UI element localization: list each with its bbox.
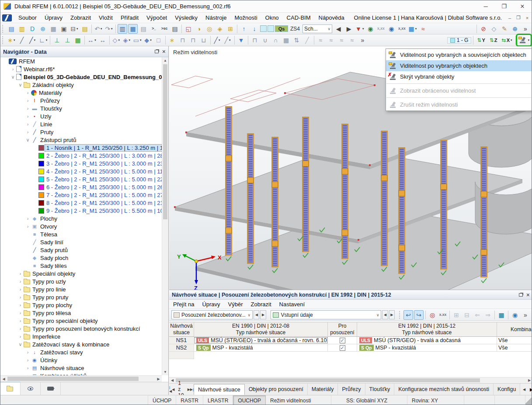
tab-pr-ezy[interactable]: Průřezy: [338, 384, 365, 395]
move-right-button[interactable]: ⇒: [483, 310, 493, 320]
cable-view-button[interactable]: ∪: [261, 35, 270, 45]
manage-models-button[interactable]: ▦: [49, 24, 58, 34]
select-target-button[interactable]: ◎: [205, 24, 214, 34]
dlubal-connect-button[interactable]: D: [28, 24, 37, 34]
insert-bottom-button[interactable]: ↓: [250, 24, 259, 34]
close-panel-icon[interactable]: ×: [162, 48, 166, 55]
table-compact-button[interactable]: ▤: [139, 24, 148, 34]
snap-toggle-chop[interactable]: ÚCHOP: [148, 395, 176, 405]
result-curve-4-button[interactable]: ≈: [348, 35, 357, 45]
cell-en1992[interactable]: S QpMSP - kvazistálá: [357, 344, 497, 351]
chevron-right-icon[interactable]: ›: [17, 302, 24, 308]
new-member-load-button[interactable]: ⊓: [178, 35, 188, 45]
panel-menu-p-ej-t-na[interactable]: Přejít na: [169, 299, 198, 309]
new-member-caret[interactable]: ▾: [34, 38, 35, 42]
chevron-right-icon[interactable]: ›: [24, 357, 31, 363]
tree-item[interactable]: ›Webinar.rf6*: [0, 65, 162, 73]
panel-menu-zobrazit[interactable]: Zobrazit: [247, 299, 275, 309]
result-curve-2-button[interactable]: ≈: [327, 35, 336, 45]
chevron-down-icon[interactable]: ∨: [10, 74, 16, 80]
menu-mo-nosti[interactable]: Možnosti: [231, 13, 261, 23]
open-model-button[interactable]: ▥: [17, 24, 27, 34]
new-member-button[interactable]: ╱▾: [28, 35, 37, 45]
tree-item[interactable]: ›◉Účinky: [0, 356, 162, 364]
new-blob-surface-button[interactable]: ◈▾: [122, 35, 132, 45]
tab-konfigurace-mezn-ch-stav-nosnosti[interactable]: Konfigurace mezních stavů únosnosti: [394, 384, 494, 395]
result-curve-3-button[interactable]: ≈: [337, 35, 347, 45]
module-combo[interactable]: Posouzení železobetonov... ∨: [171, 310, 253, 319]
menu-pravy[interactable]: Úpravy: [41, 13, 66, 23]
resize-grip[interactable]: [525, 395, 532, 405]
chevron-right-icon[interactable]: ›: [17, 318, 24, 323]
new-surface-support-button[interactable]: ▦: [73, 35, 83, 45]
cell-en1990[interactable]: ULSMSÚ (STR/GEO) - trvalá a dočasná - ro…: [194, 337, 328, 344]
clipping-edit-button[interactable]: ✎: [500, 24, 509, 34]
new-node-caret[interactable]: ▾: [14, 38, 15, 42]
tree-item[interactable]: ›╱Linie: [0, 120, 162, 128]
new-dimension-x-button[interactable]: ↔▾: [87, 35, 97, 45]
select-box-button[interactable]: ⊞: [226, 24, 235, 34]
tree-item[interactable]: ›Imperfekce: [0, 332, 162, 340]
tree-item[interactable]: ›Typy pro speciální objekty: [0, 317, 162, 325]
tree-item[interactable]: ■Sady těles: [0, 262, 162, 270]
save-button[interactable]: ▣: [59, 24, 69, 34]
menu-soubor[interactable]: Soubor: [14, 13, 41, 23]
print-button[interactable]: ⊟▾: [70, 24, 79, 34]
cell-en1990[interactable]: S QpMSP - kvazistálá: [194, 344, 328, 351]
clipping-box-button[interactable]: ◇: [489, 24, 499, 34]
tree-item[interactable]: 8 - Žebro | 2 - R_M1 250/300 | L : 5.000…: [0, 199, 162, 207]
undo-button[interactable]: ↶▾: [94, 24, 103, 34]
table-list-button[interactable]: ▤: [170, 24, 180, 34]
menu-okno[interactable]: Okno: [261, 13, 283, 23]
show-table-grid-button[interactable]: ▦: [128, 24, 138, 34]
tab-tlou-ky[interactable]: Tloušťky: [365, 384, 395, 395]
chevron-right-icon[interactable]: ›: [24, 121, 31, 127]
tree-item[interactable]: ∨Základní objekty: [0, 81, 162, 89]
toolbar1-more-button[interactable]: »: [521, 24, 530, 34]
new-surface-button[interactable]: ◇▾: [111, 35, 121, 45]
solid-view-button[interactable]: ▦: [282, 35, 291, 45]
new-blob-surface-caret[interactable]: ▾: [129, 38, 130, 42]
load-case-combo-combo[interactable]: Sch...∨: [303, 24, 332, 33]
float-panel-icon[interactable]: [519, 293, 523, 297]
tree-item[interactable]: ◆Sady ploch: [0, 254, 162, 262]
comment-console-button[interactable]: >_: [149, 24, 159, 34]
new-surface-load-button[interactable]: ⊓: [188, 35, 198, 45]
restore-button[interactable]: ❐: [495, 0, 513, 12]
tree-item[interactable]: ∨╱Zástupci prutů: [0, 136, 162, 144]
scrollbar-thumb[interactable]: [7, 377, 139, 381]
selection-filter-button[interactable]: ▼: [236, 35, 246, 45]
chevron-right-icon[interactable]: ›: [17, 326, 24, 331]
select-region-button[interactable]: ◈: [215, 24, 225, 34]
chevron-right-icon[interactable]: ›: [24, 114, 31, 119]
result-diagram-button[interactable]: ≈: [418, 24, 428, 34]
chevron-right-icon[interactable]: ›: [17, 279, 24, 284]
menu-v-po-et[interactable]: Výpočet: [143, 13, 171, 23]
view-z-button[interactable]: ⇅Z: [488, 35, 499, 45]
tree-item[interactable]: ›IPrůřezy: [0, 97, 162, 104]
diagonal-view-button[interactable]: ╱: [303, 35, 312, 45]
menu-n-stroje[interactable]: Nástroje: [202, 13, 230, 23]
load-case-qs-chip[interactable]: Qs: [275, 25, 288, 32]
chevron-right-icon[interactable]: ›: [24, 98, 31, 103]
design-checkbox[interactable]: ✓: [340, 345, 345, 351]
table-row-ns1[interactable]: NS1ULSMSÚ (STR/GEO) - trvalá a dočasná -…: [169, 337, 532, 344]
new-free-load-button[interactable]: ⊔: [199, 35, 209, 45]
tab-camera-navigator[interactable]: [41, 382, 61, 395]
new-dimension-x-caret[interactable]: ▾: [94, 38, 96, 42]
new-surface-caret[interactable]: ▾: [118, 38, 120, 42]
result-table-button[interactable]: ▦▾: [407, 24, 417, 34]
tree-item[interactable]: ›▤Návrhové situace: [0, 364, 162, 372]
view-x-button[interactable]: ⇆X▾: [500, 35, 514, 45]
chevron-right-icon[interactable]: ›: [17, 294, 24, 300]
show-loads-button[interactable]: ◉: [365, 24, 375, 34]
table-row-ns2[interactable]: NS2S QpMSP - kvazistálá✓S QpMSP - kvazis…: [169, 344, 532, 352]
menu-vlo-it[interactable]: Vložit: [95, 13, 117, 23]
tree-item[interactable]: ›Speciální objekty: [0, 270, 162, 277]
undo-caret[interactable]: ▾: [101, 27, 102, 31]
tree-item[interactable]: 2 - Žebro | 2 - R_M1 250/300 | L : 3.000…: [0, 152, 162, 159]
module-prev-button[interactable]: ◀: [254, 310, 259, 319]
tree-item[interactable]: ›Typy pro tělesa: [0, 309, 162, 317]
new-polyline-caret[interactable]: ▾: [46, 38, 48, 42]
display-precision-button[interactable]: x.xx: [438, 310, 448, 320]
